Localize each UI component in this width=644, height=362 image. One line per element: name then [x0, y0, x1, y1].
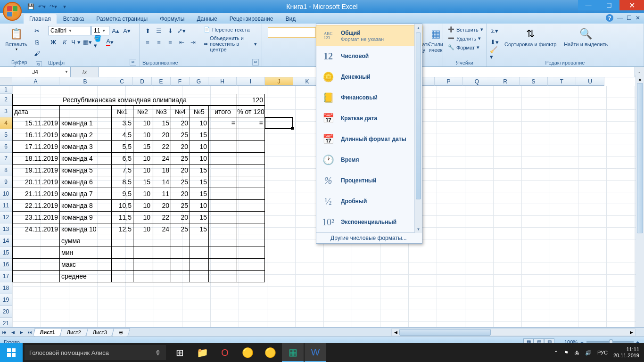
zoom-slider[interactable]: [586, 341, 634, 343]
cell[interactable]: [208, 165, 237, 176]
delete-cells-button[interactable]: ➖Удалить▾: [446, 34, 483, 42]
row-header[interactable]: 17: [0, 271, 12, 282]
cell[interactable]: [111, 247, 133, 259]
column-header[interactable]: H: [208, 77, 237, 86]
cell[interactable]: 20: [171, 141, 190, 153]
sheet-tab-3[interactable]: Лист3: [86, 328, 115, 336]
cell[interactable]: [171, 259, 190, 271]
cell[interactable]: [152, 259, 171, 271]
cell[interactable]: 15: [190, 212, 208, 223]
cell[interactable]: [237, 176, 265, 188]
row-header[interactable]: 16: [0, 259, 12, 271]
cell[interactable]: 9,5: [111, 188, 133, 200]
redo-icon[interactable]: ↷▾: [49, 2, 58, 11]
cell[interactable]: 3,5: [111, 117, 133, 129]
copy-icon[interactable]: ⎘: [32, 37, 42, 47]
cell[interactable]: [208, 200, 237, 212]
cell[interactable]: 20: [171, 165, 190, 176]
cell[interactable]: =: [208, 117, 237, 129]
align-middle-icon[interactable]: ☰: [154, 25, 164, 36]
cell[interactable]: 24: [152, 153, 171, 165]
cell[interactable]: [190, 235, 208, 247]
tab-insert[interactable]: Вставка: [58, 14, 90, 24]
cell[interactable]: [111, 259, 133, 271]
row-header[interactable]: 7: [0, 153, 12, 165]
cell[interactable]: [12, 235, 59, 247]
number-format-option[interactable]: 🪙Денежный: [316, 66, 422, 87]
cell[interactable]: 25: [171, 153, 190, 165]
cell[interactable]: 22: [152, 212, 171, 223]
restore-icon[interactable]: ☐: [627, 15, 632, 21]
cell[interactable]: 20.11.2019: [12, 176, 59, 188]
row-header[interactable]: 18: [0, 282, 12, 294]
row-header[interactable]: 6: [0, 141, 12, 153]
cell[interactable]: [208, 153, 237, 165]
orientation-icon[interactable]: ⤢▾: [176, 25, 187, 36]
number-format-option[interactable]: 10²Экспоненциальный: [316, 212, 422, 232]
cell[interactable]: 10: [133, 129, 152, 141]
cell[interactable]: [208, 141, 237, 153]
cell[interactable]: [133, 235, 152, 247]
cell[interactable]: 6,5: [111, 153, 133, 165]
align-bottom-icon[interactable]: ⬇: [165, 25, 175, 36]
row-header[interactable]: 20: [0, 306, 12, 318]
fx-button[interactable]: fx: [71, 67, 99, 77]
tray-network-icon[interactable]: 🖧: [574, 350, 579, 355]
cell[interactable]: 20: [171, 117, 190, 129]
merge-center-button[interactable]: ⬌Объединить и поместить в центре▾: [202, 34, 259, 53]
decrease-indent-icon[interactable]: ⇤: [176, 37, 187, 47]
column-header[interactable]: T: [548, 77, 576, 86]
column-header[interactable]: J: [265, 77, 293, 86]
paste-button[interactable]: 📋 Вставить ▾: [3, 25, 30, 52]
column-header[interactable]: C: [111, 77, 133, 86]
cell[interactable]: 18.11.2019: [12, 153, 59, 165]
cell[interactable]: команда 3: [59, 141, 111, 153]
maximize-button[interactable]: ☐: [599, 0, 619, 10]
file-explorer-icon[interactable]: 📁: [191, 343, 213, 362]
align-left-icon[interactable]: ≡: [142, 37, 153, 47]
cell[interactable]: команда 5: [59, 165, 111, 176]
cell[interactable]: 10: [190, 117, 208, 129]
minimize-button[interactable]: —: [578, 0, 599, 10]
number-format-option[interactable]: ABC123ОбщийФормат не указан: [316, 25, 422, 46]
cell[interactable]: 23.11.2019: [12, 212, 59, 223]
cell[interactable]: 16.11.2019: [12, 129, 59, 141]
cell[interactable]: 15.11.2019: [12, 117, 59, 129]
cell[interactable]: [208, 259, 237, 271]
row-header[interactable]: 10: [0, 188, 12, 200]
more-number-formats[interactable]: Другие числовые форматы...: [316, 232, 422, 243]
row-header[interactable]: 19: [0, 294, 12, 306]
start-button[interactable]: [0, 343, 23, 362]
font-size-combo[interactable]: 11▼: [91, 26, 109, 35]
cell[interactable]: [133, 271, 152, 282]
taskbar-search[interactable]: Голосовой помощник Алиса 🎙: [25, 345, 166, 360]
cell[interactable]: [133, 259, 152, 271]
cell[interactable]: 4,5: [111, 129, 133, 141]
cell[interactable]: сумма: [59, 235, 111, 247]
cell[interactable]: [237, 212, 265, 223]
chrome-icon[interactable]: 🟡: [237, 343, 258, 362]
cell[interactable]: 8,5: [111, 176, 133, 188]
sheet-tab-1[interactable]: Лист1: [33, 328, 63, 336]
cell[interactable]: =: [237, 117, 265, 129]
cell[interactable]: [208, 188, 237, 200]
column-header[interactable]: Q: [463, 77, 491, 86]
cell[interactable]: [12, 247, 59, 259]
cell[interactable]: 15: [190, 223, 208, 235]
cell[interactable]: 10: [133, 153, 152, 165]
cell[interactable]: [133, 247, 152, 259]
tray-flag-icon[interactable]: ⚑: [564, 350, 569, 356]
fill-color-icon[interactable]: 🪣▾: [93, 37, 104, 47]
column-header[interactable]: I: [237, 77, 265, 86]
number-format-option[interactable]: 📅Длинный формат даты: [316, 129, 422, 149]
opera-icon[interactable]: O: [214, 343, 236, 362]
cell[interactable]: команда 6: [59, 176, 111, 188]
cell[interactable]: [237, 235, 265, 247]
fill-icon[interactable]: ⬇▾: [489, 37, 500, 47]
cell[interactable]: [237, 271, 265, 282]
cell[interactable]: дата: [12, 106, 59, 117]
number-format-option[interactable]: 📒Финансовый: [316, 87, 422, 108]
tray-chevron-icon[interactable]: ⌃: [554, 350, 558, 356]
cell[interactable]: [237, 259, 265, 271]
cell[interactable]: [237, 247, 265, 259]
